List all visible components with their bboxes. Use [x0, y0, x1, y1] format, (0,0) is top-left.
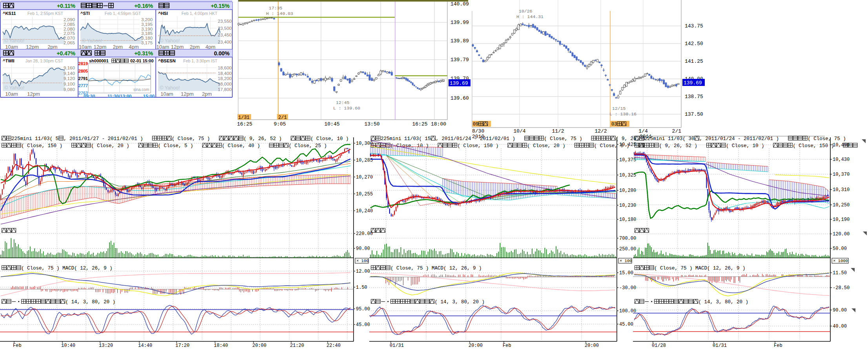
svg-text:0.00%: 0.00% — [214, 50, 230, 57]
svg-text:+0.47%: +0.47% — [57, 50, 75, 57]
svg-text:12pm: 12pm — [27, 91, 40, 97]
svg-text:10am: 10am — [5, 91, 18, 97]
svg-text:sh000001: sh000001 — [89, 58, 109, 63]
svg-text:23,500: 23,500 — [218, 26, 232, 31]
svg-text:139.89: 139.89 — [450, 38, 469, 44]
svg-text:10,180: 10,180 — [619, 217, 636, 222]
svg-text:10,270: 10,270 — [356, 175, 373, 180]
svg-text:H : 144.31: H : 144.31 — [516, 14, 543, 19]
svg-text:138.75: 138.75 — [685, 94, 703, 100]
svg-text:139.69: 139.69 — [450, 80, 468, 86]
svg-text:18,000: 18,000 — [218, 82, 232, 86]
svg-text:120.00: 120.00 — [833, 232, 850, 237]
svg-text:9,140: 9,140 — [64, 71, 75, 76]
svg-text:, 2011/01/27 - 2011/02/01 ): , 2011/01/27 - 2011/02/01 ) — [64, 136, 143, 142]
svg-text:10/26: 10/26 — [519, 9, 532, 14]
svg-text:45.00: 45.00 — [619, 322, 633, 327]
svg-text:18:40: 18:40 — [214, 343, 228, 348]
svg-text:^TWII: ^TWII — [3, 58, 15, 63]
svg-text:2pm: 2pm — [113, 44, 122, 50]
svg-text:11/2: 11/2 — [552, 128, 564, 134]
svg-text:+0.11%: +0.11% — [57, 3, 76, 9]
svg-text:2pm: 2pm — [47, 44, 57, 50]
svg-text:8/30: 8/30 — [472, 128, 484, 134]
svg-text:16:25: 16:25 — [237, 121, 252, 127]
svg-text:( Close, 75 ) MACD( 12, 26,: ( Close, 75 ) MACD( 12, 26, 9 ) — [390, 266, 482, 271]
svg-text:10,370: 10,370 — [833, 172, 850, 177]
svg-text:10/4: 10/4 — [513, 128, 525, 134]
svg-text:17:35: 17:35 — [269, 5, 283, 11]
svg-text:( 14, 3, 80, 20 ): ( 14, 3, 80, 20 ) — [698, 299, 749, 305]
svg-text:12.00: 12.00 — [356, 269, 370, 274]
svg-text:15:00: 15:00 — [143, 94, 155, 98]
svg-text:1.50: 1.50 — [356, 285, 367, 290]
svg-text:^KS11: ^KS11 — [3, 11, 16, 16]
svg-text:12pm: 12pm — [94, 44, 107, 50]
svg-text:18,200: 18,200 — [218, 76, 232, 81]
svg-text:01/31: 01/31 — [390, 343, 404, 348]
svg-text:20:00: 20:00 — [469, 343, 483, 348]
svg-text:10,230: 10,230 — [619, 203, 636, 208]
svg-text:( Close, 75 ): ( Close, 75 ) — [808, 136, 846, 142]
svg-text:22:40: 22:40 — [326, 343, 341, 348]
svg-text:700.00: 700.00 — [619, 236, 636, 241]
svg-text:21:20: 21:20 — [290, 343, 304, 348]
svg-text:2805: 2805 — [78, 69, 88, 73]
svg-text:× 100: × 100 — [356, 259, 369, 263]
svg-text:10am: 10am — [5, 44, 18, 50]
svg-text:10,255: 10,255 — [356, 191, 373, 197]
svg-text:( 9, 26, 52 ): ( 9, 26, 52 ) — [659, 143, 698, 149]
svg-text:( Close, 75 ) MACD( 12, 26,: ( Close, 75 ) MACD( 12, 26, 9 ) — [21, 266, 113, 271]
svg-text:9,120: 9,120 — [64, 76, 75, 81]
svg-text:2pm: 2pm — [190, 44, 200, 50]
svg-text:-28.50: -28.50 — [833, 285, 850, 291]
svg-text:03: 03 — [611, 122, 617, 127]
svg-text:Feb 1, 4:59pm SGT: Feb 1, 4:59pm SGT — [105, 11, 141, 16]
svg-text:2pm: 2pm — [202, 91, 212, 97]
svg-text:01/31: 01/31 — [713, 343, 727, 348]
svg-text:90.00: 90.00 — [356, 246, 370, 252]
svg-text:90.00: 90.00 — [833, 308, 847, 313]
svg-text:© Yahoo!: © Yahoo! — [160, 85, 180, 91]
svg-text:( Close, 150 ): ( Close, 150 ) — [457, 143, 498, 149]
svg-text:12/2: 12/2 — [594, 128, 607, 134]
svg-text:14:40: 14:40 — [138, 343, 152, 348]
svg-text:( Close, 25 ): ( Close, 25 ) — [289, 143, 327, 149]
svg-text:-30.00: -30.00 — [619, 285, 636, 291]
svg-text:10:40: 10:40 — [61, 343, 75, 348]
svg-text:10,280: 10,280 — [619, 188, 636, 193]
svg-text:3,180: 3,180 — [141, 36, 153, 40]
svg-text:9:05: 9:05 — [274, 121, 286, 127]
svg-text:4pm: 4pm — [206, 44, 215, 50]
svg-text:139.69: 139.69 — [684, 80, 702, 86]
svg-text:10,375: 10,375 — [619, 157, 636, 163]
svg-text:45.00: 45.00 — [356, 322, 370, 328]
svg-text:01/28: 01/28 — [652, 343, 666, 348]
svg-text:2,090: 2,090 — [64, 17, 75, 22]
svg-text:Feb 1, 3:30pm IST: Feb 1, 3:30pm IST — [183, 58, 218, 63]
svg-text:+0.16%: +0.16% — [134, 3, 153, 9]
svg-text:18,400: 18,400 — [218, 71, 232, 76]
svg-text:09:30: 09:30 — [84, 94, 95, 98]
svg-text:10,310: 10,310 — [833, 187, 850, 193]
svg-text:20:00: 20:00 — [585, 343, 599, 348]
svg-text:2/1: 2/1 — [672, 128, 682, 134]
svg-text:11.50: 11.50 — [833, 270, 847, 276]
svg-text:( Close, 10 ): ( Close, 10 ) — [726, 143, 764, 149]
svg-text:( Close, 40 ): ( Close, 40 ) — [222, 143, 260, 149]
svg-text:3,185: 3,185 — [141, 31, 153, 36]
svg-text:3,175: 3,175 — [141, 40, 153, 45]
svg-text:( Close, 150 ): ( Close, 150 ) — [21, 143, 62, 149]
svg-text:137.50: 137.50 — [685, 111, 703, 117]
svg-text:© Yahoo!: © Yahoo! — [160, 38, 180, 44]
svg-text:, 2011/01/24 - 2011/02/01 ): , 2011/01/24 - 2011/02/01 ) — [436, 136, 515, 142]
svg-text:Feb: Feb — [13, 343, 22, 348]
svg-text:+0.31%: +0.31% — [134, 50, 153, 57]
svg-text:18,600: 18,600 — [218, 66, 232, 70]
svg-text:10,300: 10,300 — [356, 141, 373, 146]
svg-text:2791: 2791 — [78, 76, 88, 81]
svg-text:Feb 1, 2:55pm KST: Feb 1, 2:55pm KST — [27, 11, 64, 16]
svg-text:L : 139.60: L : 139.60 — [333, 106, 360, 111]
svg-text:1/31: 1/31 — [238, 115, 250, 120]
svg-text:4pm: 4pm — [129, 44, 139, 50]
